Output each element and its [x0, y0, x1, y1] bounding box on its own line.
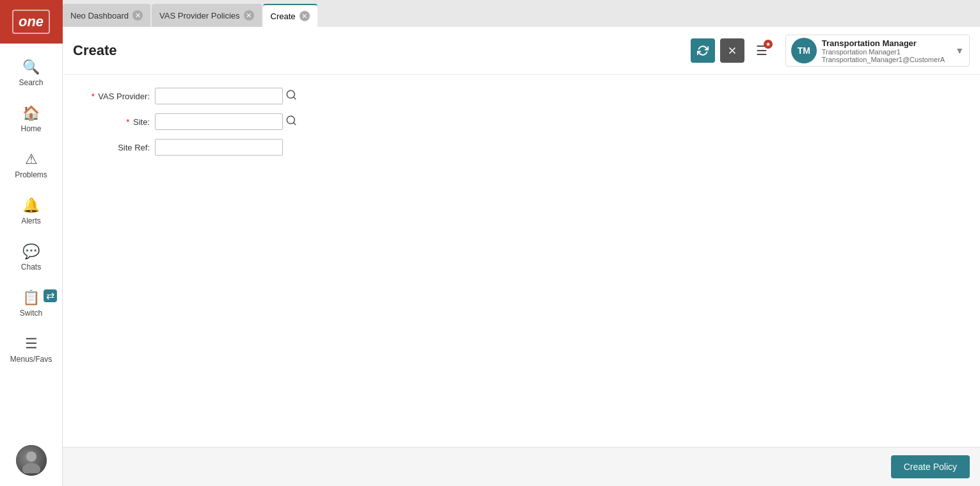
chat-icon: 💬	[22, 243, 40, 260]
site-row: * Site:	[78, 113, 965, 130]
user-avatar-small[interactable]	[16, 445, 47, 476]
sidebar-item-problems-label: Problems	[15, 170, 47, 179]
svg-line-7	[293, 122, 295, 124]
sidebar-item-alerts-label: Alerts	[21, 216, 41, 225]
site-required-marker: *	[126, 117, 129, 127]
sidebar-item-switch[interactable]: 📋 Switch ⇄	[0, 280, 62, 327]
tab-vas-provider-policies-label: VAS Provider Policies	[159, 11, 239, 20]
menu-button[interactable]: ☰ ★	[750, 38, 774, 63]
tab-create[interactable]: Create ✕	[263, 4, 317, 27]
chevron-down-icon[interactable]: ▼	[955, 45, 964, 56]
footer-bar: Create Policy	[63, 447, 980, 486]
sidebar-item-chats[interactable]: 💬 Chats	[0, 234, 62, 280]
sidebar-item-home[interactable]: 🏠 Home	[0, 96, 62, 142]
main-content: Neo Dashboard ✕ VAS Provider Policies ✕ …	[63, 0, 980, 486]
sidebar-item-home-label: Home	[20, 124, 41, 133]
site-ref-input[interactable]	[155, 139, 283, 156]
sidebar-nav: 🔍 Search 🏠 Home ⚠ Problems 🔔 Alerts 💬 Ch…	[0, 44, 62, 445]
sidebar-item-alerts[interactable]: 🔔 Alerts	[0, 188, 62, 234]
search-icon: 🔍	[22, 59, 40, 76]
tab-vas-provider-policies[interactable]: VAS Provider Policies ✕	[152, 4, 261, 27]
user-details: Transportation Manager Transportation Ma…	[822, 38, 945, 63]
user-name: Transportation Manager	[822, 38, 945, 48]
refresh-button[interactable]	[691, 38, 715, 63]
vas-provider-label: * VAS Provider:	[78, 92, 155, 101]
create-policy-button[interactable]: Create Policy	[891, 455, 970, 478]
menu-badge: ★	[764, 40, 773, 49]
vas-provider-input[interactable]	[155, 88, 283, 104]
site-search-button[interactable]	[285, 115, 297, 129]
sidebar-item-search[interactable]: 🔍 Search	[0, 50, 62, 96]
tab-bar: Neo Dashboard ✕ VAS Provider Policies ✕ …	[63, 0, 980, 27]
sidebar: one 🔍 Search 🏠 Home ⚠ Problems 🔔 Alerts …	[0, 0, 63, 486]
app-logo[interactable]: one	[0, 0, 63, 44]
vas-provider-search-button[interactable]	[285, 89, 297, 103]
menu-icon: ☰	[25, 336, 38, 352]
svg-point-1	[22, 463, 40, 473]
tab-neo-dashboard[interactable]: Neo Dashboard ✕	[63, 4, 150, 27]
user-role: Transportation Manager1	[822, 48, 945, 56]
sidebar-item-chats-label: Chats	[21, 263, 41, 271]
page-title: Create	[73, 42, 691, 59]
site-input[interactable]	[155, 113, 283, 130]
tab-vas-provider-policies-close[interactable]: ✕	[244, 10, 254, 20]
home-icon: 🏠	[22, 105, 40, 122]
close-button[interactable]	[720, 38, 744, 63]
user-email: Transportation_Manager1@CustomerA	[822, 56, 945, 63]
user-initials: TM	[798, 45, 810, 56]
sidebar-item-switch-label: Switch	[20, 309, 42, 318]
tab-neo-dashboard-close[interactable]: ✕	[133, 10, 143, 20]
site-ref-row: Site Ref:	[78, 139, 965, 156]
sidebar-item-menusfavs[interactable]: ☰ Menus/Favs	[0, 327, 62, 373]
logo-text: one	[12, 10, 50, 34]
top-bar-actions: ☰ ★ TM Transportation Manager Transporta…	[691, 35, 970, 67]
svg-line-5	[293, 97, 295, 99]
avatar-inner	[16, 445, 47, 476]
bell-icon: 🔔	[22, 197, 40, 214]
sidebar-item-search-label: Search	[19, 78, 43, 87]
tab-create-label: Create	[271, 12, 296, 21]
user-initials-avatar: TM	[791, 38, 817, 63]
switch-icon: 📋	[22, 289, 40, 306]
content-area: Create ☰ ★	[63, 27, 980, 486]
switch-extra-icon: ⇄	[44, 289, 57, 302]
top-bar: Create ☰ ★	[63, 27, 980, 75]
vas-provider-row: * VAS Provider:	[78, 88, 965, 104]
site-label: * Site:	[78, 117, 155, 127]
svg-point-0	[26, 451, 36, 462]
user-info[interactable]: TM Transportation Manager Transportation…	[785, 35, 970, 67]
site-ref-label: Site Ref:	[78, 143, 155, 152]
form-area: * VAS Provider: * Site:	[63, 75, 980, 447]
vas-provider-required-marker: *	[92, 92, 95, 101]
sidebar-item-menusfavs-label: Menus/Favs	[10, 355, 52, 364]
sidebar-item-problems[interactable]: ⚠ Problems	[0, 142, 62, 188]
warning-icon: ⚠	[25, 151, 38, 168]
tab-neo-dashboard-label: Neo Dashboard	[70, 11, 129, 20]
sidebar-bottom	[16, 445, 47, 486]
tab-create-close[interactable]: ✕	[300, 11, 310, 21]
